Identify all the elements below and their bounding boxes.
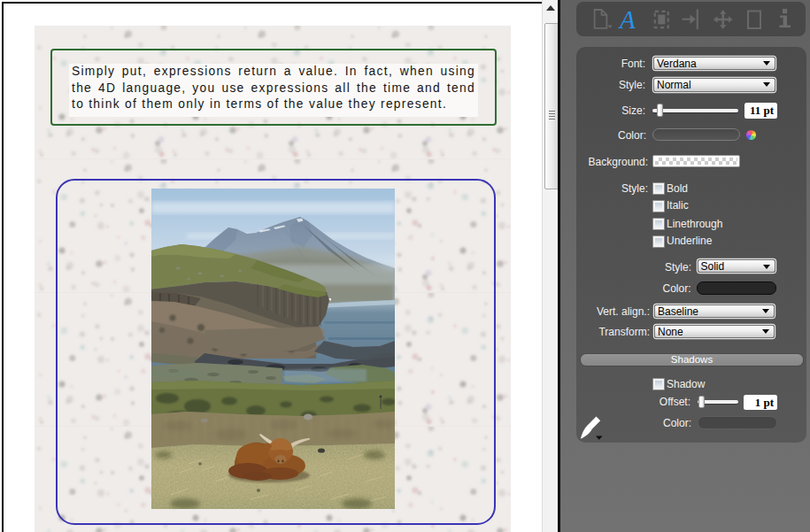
svg-text:A: A: [618, 5, 636, 34]
